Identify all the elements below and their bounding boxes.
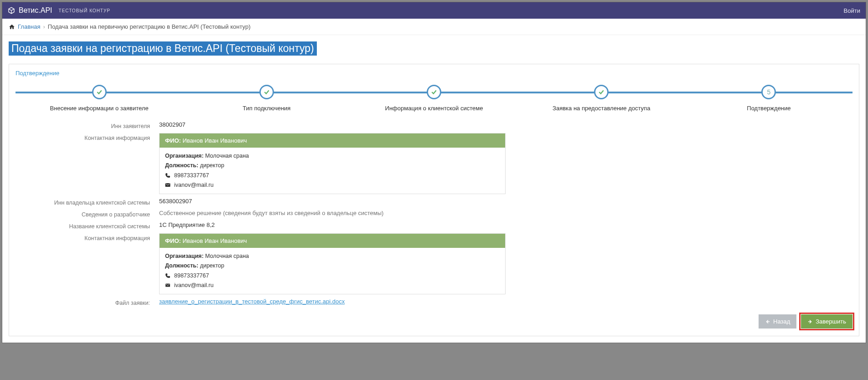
check-icon <box>598 89 604 95</box>
panel-heading: Подтверждение <box>16 70 852 77</box>
email-icon <box>165 182 170 188</box>
check-icon <box>431 89 437 95</box>
back-button[interactable]: Назад <box>759 314 796 329</box>
breadcrumb-current: Подача заявки на первичную регистрацию в… <box>48 23 251 30</box>
email-icon <box>165 282 170 288</box>
top-bar: Ветис.API ТЕСТОВЫЙ КОНТУР Войти <box>2 2 866 19</box>
arrow-right-icon <box>807 319 813 324</box>
contact-card: ФИО: Иванов Иван Иванович Организация: М… <box>159 133 506 194</box>
step-5: 5 Подтверждение <box>685 85 852 112</box>
brand-subtitle: ТЕСТОВЫЙ КОНТУР <box>59 8 110 13</box>
row-inn-owner: Инн владельца клиентской системы 5638002… <box>16 198 852 206</box>
step-3: Информация о клиентской системе <box>350 85 517 112</box>
breadcrumb-home[interactable]: Главная <box>18 23 40 30</box>
step-2: Тип подключения <box>183 85 350 112</box>
row-contact-2: Контактная информация ФИО: Иванов Иван И… <box>16 233 852 294</box>
row-contact-1: Контактная информация ФИО: Иванов Иван И… <box>16 133 852 194</box>
file-link[interactable]: заявление_о_регистрации_в_тестовой_среде… <box>159 298 345 305</box>
cube-icon <box>8 7 15 14</box>
check-icon <box>96 89 103 95</box>
step-4: Заявка на предоставление доступа <box>518 85 685 112</box>
brand: Ветис.API ТЕСТОВЫЙ КОНТУР <box>8 6 110 15</box>
finish-button[interactable]: Завершить <box>801 314 852 329</box>
chevron-right-icon: › <box>43 23 45 30</box>
stepper: Внесение информации о заявителе Тип подк… <box>16 85 852 117</box>
phone-icon <box>165 173 170 178</box>
check-icon <box>264 89 270 95</box>
phone-icon <box>165 273 170 278</box>
arrow-left-icon <box>765 319 770 324</box>
row-inn-applicant: Инн заявителя 38002907 <box>16 121 852 129</box>
confirmation-panel: Подтверждение Внесение информации о заяв… <box>9 64 859 336</box>
step-1: Внесение информации о заявителе <box>16 85 183 112</box>
brand-name: Ветис.API <box>19 6 52 15</box>
breadcrumb: Главная › Подача заявки на первичную рег… <box>2 19 866 35</box>
row-developer: Сведения о разработчике Собственное реше… <box>16 210 852 218</box>
row-system-name: Название клиентской системы 1С Предприят… <box>16 221 852 230</box>
login-link[interactable]: Войти <box>844 7 860 14</box>
home-icon <box>9 24 15 30</box>
page-title: Подача заявки на регистрацию в Ветис.API… <box>9 41 317 56</box>
row-file: Файл заявки: заявление_о_регистрации_в_т… <box>16 298 852 306</box>
contact-card: ФИО: Иванов Иван Иванович Организация: М… <box>159 233 506 294</box>
